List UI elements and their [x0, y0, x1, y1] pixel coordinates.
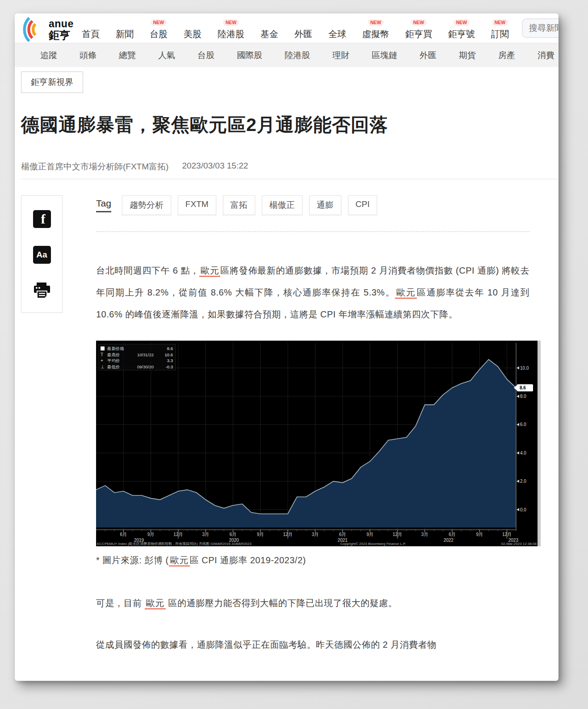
tag-row: Tag 趨勢分析FXTM富拓楊傲正通膨CPI — [96, 195, 529, 215]
svg-text:-0.3: -0.3 — [166, 364, 173, 369]
svg-text:10.0: 10.0 — [520, 366, 529, 371]
svg-text:3月: 3月 — [312, 532, 319, 537]
nav-item-陸港股[interactable]: NEW陸港股 — [218, 15, 244, 40]
breadcrumb[interactable]: 鉅亨新視界 — [21, 72, 83, 93]
subnav-item-總覽[interactable]: 總覽 — [119, 50, 136, 61]
nav-item-訂閱[interactable]: NEW訂閱 — [491, 15, 509, 40]
nav-item-label: 陸港股 — [218, 28, 244, 40]
anue-logo[interactable]: anue 鉅亨 — [20, 16, 74, 43]
new-badge: NEW — [411, 19, 427, 26]
nav-item-鉅亨買[interactable]: NEW鉅亨買 — [405, 15, 432, 40]
svg-text:02-Mar-2023 12:36:08: 02-Mar-2023 12:36:08 — [501, 542, 537, 546]
svg-text:6月: 6月 — [339, 532, 346, 537]
nav-item-台股[interactable]: NEW台股 — [150, 15, 168, 40]
paragraph-1: 台北時間週四下午 6 點，歐元區將發佈最新的通膨數據，市場預期 2 月消費者物價… — [96, 260, 529, 325]
subnav-item-陸港股[interactable]: 陸港股 — [285, 50, 310, 61]
subnav-item-台股[interactable]: 台股 — [197, 50, 214, 61]
top-navbar: anue 鉅亨 NEW首頁NEW新聞NEW台股NEW美股NEW陸港股NEW基金N… — [15, 13, 559, 43]
nav-item-全球[interactable]: NEW全球 — [328, 15, 346, 40]
subnav-item-期貨[interactable]: 期貨 — [459, 50, 476, 61]
facebook-share-icon[interactable]: f — [33, 210, 51, 228]
text-segment: 台北時間週四下午 6 點， — [96, 266, 199, 275]
svg-text:8.6: 8.6 — [167, 346, 173, 351]
tag-chip-楊傲正[interactable]: 楊傲正 — [262, 195, 302, 215]
svg-text:09/30/20: 09/30/20 — [137, 364, 154, 369]
subnav-item-人氣[interactable]: 人氣 — [158, 50, 175, 61]
nav-item-鉅亨號[interactable]: NEW鉅亨號 — [448, 15, 475, 40]
text-segment: 區的通膨壓力能否得到大幅的下降已出現了很大的疑慮。 — [166, 598, 398, 608]
svg-text:8.6: 8.6 — [520, 385, 526, 390]
subnav-item-房產[interactable]: 房產 — [498, 50, 515, 61]
font-size-icon[interactable]: Aa — [33, 246, 51, 264]
nav-item-首頁[interactable]: NEW首頁 — [82, 15, 100, 40]
nav-item-基金[interactable]: NEW基金 — [260, 15, 278, 40]
svg-text:9月: 9月 — [476, 532, 483, 537]
svg-text:最新价格: 最新价格 — [107, 346, 125, 351]
svg-text:2.0: 2.0 — [520, 479, 526, 484]
tag-chip-CPI[interactable]: CPI — [348, 195, 378, 215]
svg-text:+: + — [101, 358, 103, 363]
stock-link[interactable]: 歐元 — [145, 598, 166, 609]
tag-chip-FXTM[interactable]: FXTM — [178, 195, 216, 215]
print-icon[interactable] — [33, 282, 51, 300]
svg-text:最低价: 最低价 — [107, 364, 120, 369]
svg-text:9月: 9月 — [257, 532, 264, 537]
new-badge: NEW — [454, 19, 470, 26]
nav-item-label: 基金 — [260, 28, 278, 40]
nav-item-虛擬幣[interactable]: NEW虛擬幣 — [362, 15, 389, 40]
tag-chip-通膨[interactable]: 通膨 — [309, 195, 341, 215]
new-badge: NEW — [151, 19, 167, 26]
subnav-item-區塊鏈[interactable]: 區塊鏈 — [372, 50, 397, 61]
svg-text:0.0: 0.0 — [520, 507, 526, 512]
text-segment: 區 CPI 通膨率 2019-2023/2) — [190, 555, 306, 565]
svg-text:4.0: 4.0 — [520, 451, 526, 456]
stock-link[interactable]: 歐元 — [199, 266, 220, 277]
nav-item-label: 台股 — [150, 28, 168, 40]
svg-text:6月: 6月 — [449, 532, 456, 537]
svg-text:T: T — [101, 352, 103, 357]
nav-item-label: 美股 — [184, 28, 202, 40]
nav-item-label: 鉅亨買 — [405, 28, 432, 40]
subnav-item-國際股[interactable]: 國際股 — [237, 50, 262, 61]
subnav-item-追蹤[interactable]: 追蹤 — [40, 50, 57, 61]
svg-text:9月: 9月 — [366, 532, 374, 537]
svg-text:⊥: ⊥ — [101, 364, 105, 369]
svg-text:6.0: 6.0 — [520, 422, 526, 427]
main-nav-list: NEW首頁NEW新聞NEW台股NEW美股NEW陸港股NEW基金NEW外匯NEW全… — [82, 15, 509, 40]
subnav-item-頭條[interactable]: 頭條 — [80, 50, 97, 61]
svg-text:Copyright© 2023 Bloomberg Fina: Copyright© 2023 Bloomberg Finance L.P. — [340, 542, 406, 546]
nav-item-美股[interactable]: NEW美股 — [184, 15, 202, 40]
stock-link[interactable]: 歐元 — [169, 555, 190, 566]
nav-item-外匯[interactable]: NEW外匯 — [294, 15, 312, 40]
text-segment: 可是，目前 — [96, 598, 145, 608]
nav-item-label: 新聞 — [116, 28, 134, 40]
tag-chip-趨勢分析[interactable]: 趨勢分析 — [122, 195, 171, 215]
svg-text:平均价: 平均价 — [107, 358, 120, 363]
logo-line1: anue — [49, 19, 74, 29]
logo-line2: 鉅亨 — [49, 30, 74, 41]
tag-chip-富拓[interactable]: 富拓 — [223, 195, 255, 215]
subnav-item-理財[interactable]: 理財 — [332, 50, 349, 61]
new-badge: NEW — [223, 19, 239, 26]
dotted-divider — [96, 231, 529, 232]
svg-text:10/31/22: 10/31/22 — [137, 352, 154, 357]
new-badge: NEW — [368, 19, 384, 26]
subnav-item-外匯[interactable]: 外匯 — [420, 50, 437, 61]
text-segment: 從成員國發佈的數據看，通膨降溫似乎正在面臨考驗。昨天德國公佈的 2 月消費者物 — [96, 640, 437, 650]
cpi-chart-image: 6月9月12月3月6月9月12月3月6月9月12月3月6月9月12月201920… — [96, 341, 541, 546]
stock-link[interactable]: 歐元 — [395, 287, 417, 299]
nav-item-label: 首頁 — [82, 28, 100, 40]
new-badge: NEW — [492, 19, 508, 26]
anue-logo-icon — [20, 16, 46, 43]
header-divider — [21, 179, 559, 179]
nav-item-label: 鉅亨號 — [448, 28, 475, 40]
nav-item-label: 外匯 — [294, 28, 312, 40]
article-body: Tag 趨勢分析FXTM富拓楊傲正通膨CPI 台北時間週四下午 6 點，歐元區將… — [96, 195, 529, 656]
svg-text:3月: 3月 — [421, 532, 428, 537]
svg-text:3月: 3月 — [202, 532, 209, 537]
search-input[interactable] — [522, 18, 559, 38]
subnav-item-消費[interactable]: 消費 — [538, 50, 554, 61]
svg-text:10.6: 10.6 — [165, 352, 173, 357]
image-caption: * 圖片來源: 彭博 (歐元區 CPI 通膨率 2019-2023/2) — [96, 554, 529, 566]
nav-item-新聞[interactable]: NEW新聞 — [116, 15, 134, 40]
